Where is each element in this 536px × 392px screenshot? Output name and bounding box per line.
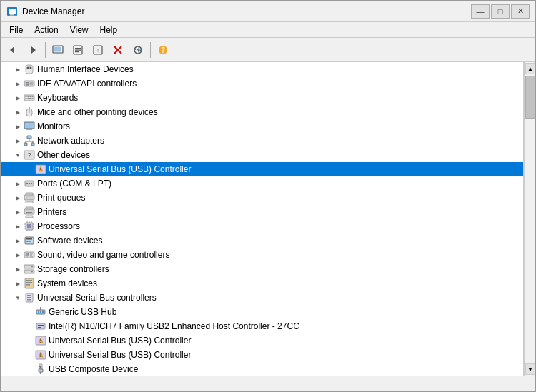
maximize-button[interactable]: □ — [491, 4, 510, 19]
tree-item-usb-ctrl2[interactable]: Universal Serial Bus (USB) Controller — [1, 348, 523, 362]
expand-intel-usb2[interactable] — [24, 321, 35, 332]
svg-rect-8 — [56, 53, 60, 54]
svg-rect-3 — [9, 15, 16, 16]
toolbar-uninstall-btn[interactable] — [109, 41, 127, 59]
svg-point-105 — [38, 311, 39, 313]
expand-usb-ctrl1[interactable] — [24, 335, 35, 346]
proc-label: Processors — [37, 221, 80, 231]
toolbar-forward-btn[interactable] — [24, 41, 42, 59]
toolbar-update-btn[interactable]: ↑ — [89, 41, 107, 59]
svg-rect-97 — [26, 280, 32, 281]
tree-item-system[interactable]: ▶ System devices — [1, 276, 523, 291]
tree-item-net[interactable]: ▶ Network adapters — [1, 134, 523, 148]
toolbar-help-btn[interactable]: ? — [154, 41, 172, 59]
svg-rect-110 — [38, 325, 44, 326]
expand-net[interactable]: ▶ — [12, 135, 24, 146]
expand-kb[interactable]: ▶ — [12, 92, 24, 104]
menu-action[interactable]: Action — [29, 24, 64, 36]
tree-item-sound[interactable]: ▶ Sound, video and game controllers — [1, 248, 523, 262]
svg-rect-68 — [26, 216, 33, 218]
minimize-button[interactable]: — — [471, 4, 490, 19]
toolbar-computer-btn[interactable] — [49, 41, 67, 59]
menu-help[interactable]: Help — [94, 24, 124, 36]
tree-item-ports[interactable]: ▶ Ports (COM & LPT) — [1, 176, 523, 191]
expand-storage[interactable]: ▶ — [12, 263, 24, 275]
ports-label: Ports (COM & LPT) — [37, 179, 111, 189]
tree-item-usb-controllers[interactable]: ▼ Universal Serial Bus controllers — [1, 291, 523, 305]
expand-usb-composite[interactable] — [24, 363, 35, 375]
tree-item-proc[interactable]: ▶ — [1, 219, 523, 233]
expand-other[interactable]: ▼ — [12, 149, 24, 161]
expand-usb-ctrl-warn[interactable] — [24, 164, 35, 175]
monitors-label: Monitors — [37, 121, 70, 131]
scroll-up-btn[interactable]: ▲ — [525, 63, 535, 74]
svg-point-95 — [31, 271, 33, 273]
expand-proc[interactable]: ▶ — [12, 221, 24, 232]
usb-controllers-icon — [24, 292, 35, 303]
expand-mice[interactable]: ▶ — [12, 106, 24, 118]
tree-item-printq[interactable]: ▶ Print queues — [1, 191, 523, 205]
tree-item-intel-usb2[interactable]: Intel(R) N10/ICH7 Family USB2 Enhanced H… — [1, 319, 523, 333]
tree-item-monitors[interactable]: ▶ Monitors — [1, 119, 523, 134]
expand-monitors[interactable]: ▶ — [12, 121, 24, 132]
usb-composite-label: USB Composite Device — [49, 364, 138, 374]
expand-printers[interactable]: ▶ — [12, 206, 24, 218]
net-icon — [24, 135, 35, 146]
svg-rect-11 — [75, 48, 81, 49]
sound-label: Sound, video and game controllers — [37, 250, 169, 260]
toolbar-scan-btn[interactable] — [129, 41, 147, 59]
monitor-icon — [24, 121, 35, 132]
kb-icon — [24, 92, 35, 104]
scroll-thumb[interactable] — [525, 76, 535, 119]
svg-rect-90 — [30, 255, 32, 256]
expand-soft[interactable]: ▶ — [12, 235, 24, 246]
expand-usb-ctrl2[interactable] — [24, 349, 35, 361]
svg-point-106 — [40, 311, 41, 313]
menu-view[interactable]: View — [64, 24, 94, 36]
expand-ports[interactable]: ▶ — [12, 178, 24, 189]
svg-rect-118 — [41, 353, 41, 356]
expand-usb-controllers[interactable]: ▼ — [12, 292, 24, 303]
svg-rect-85 — [26, 241, 31, 242]
svg-rect-12 — [75, 49, 81, 50]
tree-item-ide[interactable]: ▶ IDE ATA/ATAPI controllers — [1, 76, 523, 91]
svg-rect-101 — [27, 295, 31, 296]
tree-item-storage[interactable]: ▶ Storage controllers — [1, 262, 523, 276]
other-icon: ? — [24, 149, 35, 161]
generic-hub-icon — [35, 306, 46, 318]
expand-ide[interactable]: ▶ — [12, 78, 24, 89]
expand-printq[interactable]: ▶ — [12, 192, 24, 203]
svg-rect-56 — [41, 171, 41, 171]
scroll-down-btn[interactable]: ▼ — [525, 363, 535, 375]
tree-item-other[interactable]: ▼ ? Other devices — [1, 148, 523, 162]
expand-hid[interactable]: ▶ — [12, 64, 24, 75]
menu-file[interactable]: File — [4, 24, 29, 36]
expand-sound[interactable]: ▶ — [12, 249, 24, 261]
tree-item-hid[interactable]: ▶ Human Interface Devices — [1, 62, 523, 76]
mouse-icon — [24, 106, 35, 118]
svg-point-107 — [42, 311, 44, 313]
tree-panel[interactable]: ▶ Human Interface Devices ▶ — [1, 62, 524, 376]
tree-item-usb-composite[interactable]: USB Composite Device — [1, 362, 523, 376]
svg-rect-111 — [38, 327, 41, 328]
tree-item-printers[interactable]: ▶ Printers — [1, 205, 523, 219]
toolbar-back-btn[interactable] — [4, 41, 22, 59]
svg-text:?: ? — [27, 151, 31, 159]
expand-generic-hub[interactable] — [24, 306, 35, 318]
svg-rect-64 — [26, 201, 33, 203]
svg-point-40 — [29, 107, 30, 109]
tree-item-kb[interactable]: ▶ Keyboards — [1, 91, 523, 105]
scrollbar[interactable]: ▲ ▼ — [524, 62, 535, 376]
svg-rect-63 — [26, 198, 32, 198]
close-button[interactable]: ✕ — [511, 4, 530, 19]
expand-system[interactable]: ▶ — [12, 278, 24, 289]
tree-item-soft[interactable]: ▶ Software devices — [1, 233, 523, 248]
tree-item-mice[interactable]: ▶ Mice and other pointing devices — [1, 105, 523, 119]
tree-item-generic-hub[interactable]: Generic USB Hub — [1, 305, 523, 319]
mice-label: Mice and other pointing devices — [37, 107, 158, 117]
toolbar-properties-btn[interactable] — [69, 41, 87, 59]
tree-item-usb-ctrl-warn[interactable]: Universal Serial Bus (USB) Controller — [1, 162, 523, 176]
svg-rect-46 — [31, 143, 34, 146]
tree-item-usb-ctrl1[interactable]: Universal Serial Bus (USB) Controller — [1, 333, 523, 348]
svg-point-23 — [27, 67, 29, 69]
